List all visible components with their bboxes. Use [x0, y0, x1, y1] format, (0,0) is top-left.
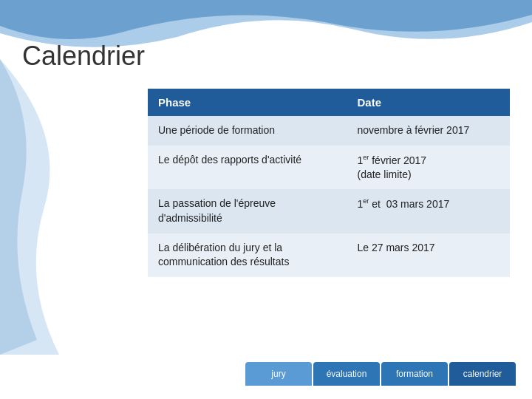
phase-cell-3: La passation de l'épreuve d'admissibilit…	[148, 189, 347, 233]
date-cell-3: 1er et 03 mars 2017	[347, 189, 511, 233]
column-header-date: Date	[347, 89, 511, 116]
tab-formation-label[interactable]: formation	[381, 362, 448, 386]
phase-cell-1: Une période de formation	[148, 116, 347, 146]
bottom-tabs: jury évaluation formation calendrier	[245, 362, 517, 386]
phase-cell-4: La délibération du jury et la communicat…	[148, 233, 347, 277]
left-wave-decoration	[0, 59, 133, 355]
page-title: Calendrier	[22, 41, 145, 72]
schedule-table: Phase Date Une période de formation nove…	[148, 89, 510, 277]
tab-evaluation-label[interactable]: évaluation	[313, 362, 380, 386]
tab-jury[interactable]: jury	[245, 362, 313, 386]
tab-calendrier[interactable]: calendrier	[449, 362, 517, 386]
table-row: Une période de formation novembre à févr…	[148, 116, 510, 146]
table-row: La délibération du jury et la communicat…	[148, 233, 510, 277]
date-cell-1: novembre à février 2017	[347, 116, 511, 146]
date-cell-2: 1er février 2017(date limite)	[347, 146, 511, 190]
table-row: Le dépôt des rapports d'activité 1er fév…	[148, 146, 510, 190]
date-cell-4: Le 27 mars 2017	[347, 233, 511, 277]
tab-formation[interactable]: formation	[381, 362, 449, 386]
table-row: La passation de l'épreuve d'admissibilit…	[148, 189, 510, 233]
tab-calendrier-label[interactable]: calendrier	[449, 362, 516, 386]
phase-cell-2: Le dépôt des rapports d'activité	[148, 146, 347, 190]
tab-jury-label[interactable]: jury	[245, 362, 312, 386]
tab-evaluation[interactable]: évaluation	[313, 362, 381, 386]
content-area: Phase Date Une période de formation nove…	[148, 89, 510, 277]
column-header-phase: Phase	[148, 89, 347, 116]
